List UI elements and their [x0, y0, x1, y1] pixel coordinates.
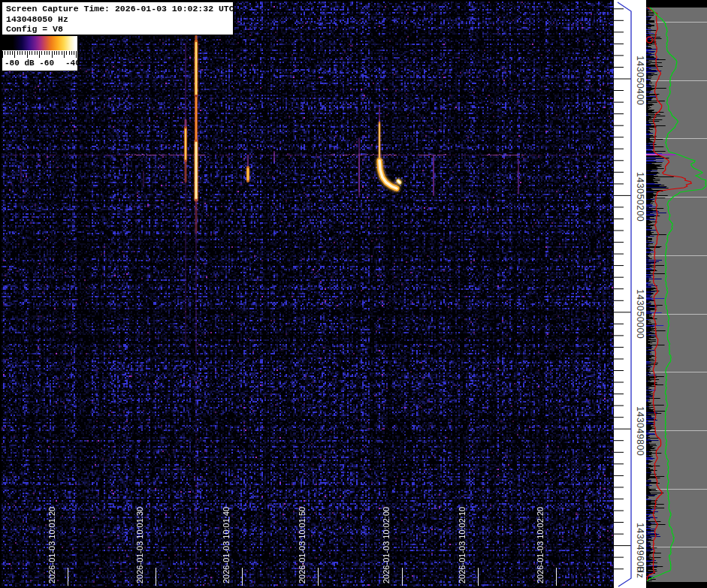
screen-capture-view: 1430504001430502001430500001430498001430…	[0, 0, 707, 588]
db-scale-max-label: -40	[65, 59, 80, 68]
time-tick	[402, 568, 403, 586]
colorbar-ticks	[2, 51, 77, 58]
time-tick	[242, 568, 243, 586]
config-text: Config = V8	[6, 24, 233, 35]
db-color-scale: -80 dB -60 -40	[2, 35, 78, 71]
time-tick	[68, 568, 68, 586]
frequency-tick-label: 143050000	[635, 289, 645, 339]
time-tick	[156, 568, 156, 586]
time-tick	[478, 568, 479, 586]
window-border-top	[0, 0, 614, 2]
time-label: 2026-01-03 10:01:40	[222, 507, 231, 583]
spectrogram-plot	[0, 0, 614, 588]
center-frequency-text: 143048050 Hz	[6, 14, 233, 25]
capture-time-text: Screen Capture Time: 2026-01-03 10:02:32…	[6, 4, 233, 14]
db-scale-min-label: -80 dB -60	[5, 59, 54, 68]
time-tick	[318, 568, 319, 586]
window-border-left	[0, 0, 2, 588]
time-label: 2026-01-03 10:02:10	[458, 507, 467, 583]
frequency-tick-label: 143050400	[635, 56, 645, 105]
spectrum-panel-plot	[646, 0, 707, 588]
time-label: 2026-01-03 10:01:20	[47, 507, 56, 583]
time-label: 2026-01-03 10:01:30	[135, 507, 144, 583]
frequency-tick-label: 143050200	[635, 172, 645, 222]
time-tick	[556, 568, 557, 586]
frequency-axis: 1430504001430502001430500001430498001430…	[614, 0, 646, 588]
time-label: 2026-01-03 10:01:50	[298, 507, 307, 583]
colorbar-gradient	[2, 36, 77, 50]
time-label: 2026-01-03 10:02:20	[536, 507, 545, 583]
frequency-tick-label: 143049800	[635, 406, 645, 456]
frequency-unit-label: Hz	[635, 566, 645, 578]
frequency-tick-label: 143049600	[635, 523, 645, 572]
info-box: Screen Capture Time: 2026-01-03 10:02:32…	[2, 2, 234, 35]
time-label: 2026-01-03 10:02:00	[382, 507, 391, 583]
